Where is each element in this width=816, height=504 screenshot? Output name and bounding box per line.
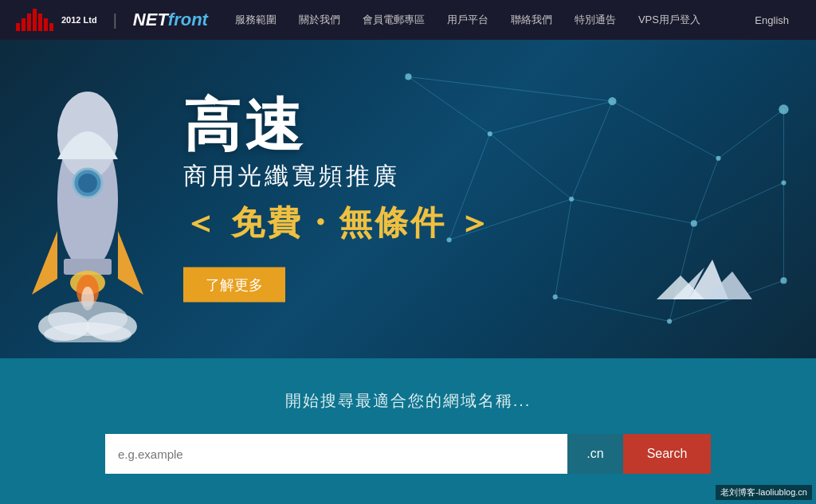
- cloud-right-svg: [657, 244, 752, 307]
- tld-selector[interactable]: .cn: [567, 434, 623, 474]
- logo-divider: |: [113, 11, 117, 29]
- learn-more-button[interactable]: 了解更多: [183, 268, 285, 303]
- svg-point-25: [781, 180, 786, 185]
- nav-item-vps-login[interactable]: VPS用戶登入: [627, 0, 712, 40]
- svg-point-29: [780, 277, 787, 283]
- svg-line-1: [489, 101, 612, 134]
- bar5: [38, 14, 42, 31]
- search-input[interactable]: [105, 434, 567, 474]
- svg-point-33: [78, 174, 97, 193]
- svg-point-23: [569, 197, 574, 201]
- nav-item-about[interactable]: 關於我們: [288, 0, 351, 40]
- search-bar: .cn Search: [105, 434, 711, 474]
- bar1: [16, 23, 20, 31]
- cloud-right: [657, 244, 752, 311]
- svg-point-20: [608, 97, 616, 105]
- svg-line-6: [571, 199, 694, 224]
- hero-title-big: 高速: [183, 96, 493, 154]
- svg-line-9: [571, 101, 612, 199]
- nav-item-user-platform[interactable]: 用戶平台: [436, 0, 500, 40]
- logo-netfront[interactable]: NET front: [133, 10, 208, 30]
- svg-line-2: [612, 101, 718, 158]
- hero-banner: 高速 商用光纖寬頻推廣 ＜ 免費・無條件 ＞ 了解更多: [0, 40, 816, 358]
- svg-point-28: [667, 319, 672, 324]
- svg-line-12: [555, 199, 571, 297]
- search-button[interactable]: Search: [623, 434, 711, 474]
- search-title: 開始搜尋最適合您的網域名稱...: [285, 390, 532, 412]
- svg-line-13: [555, 297, 669, 322]
- bar4: [33, 9, 37, 31]
- nav-item-services[interactable]: 服務範圍: [224, 0, 288, 40]
- nav-item-notice[interactable]: 特別通告: [563, 0, 627, 40]
- svg-line-5: [489, 134, 571, 199]
- svg-point-18: [405, 73, 411, 80]
- svg-point-21: [716, 156, 720, 161]
- bar3: [27, 14, 31, 31]
- svg-line-3: [718, 109, 783, 158]
- bar6: [44, 18, 48, 31]
- hero-text-content: 高速 商用光纖寬頻推廣 ＜ 免費・無條件 ＞ 了解更多: [183, 96, 493, 303]
- logo-area: 2012 Ltd | NET front: [16, 9, 208, 31]
- svg-line-7: [693, 183, 783, 224]
- logo-bars-icon: [16, 9, 53, 31]
- bar2: [22, 18, 26, 31]
- watermark: 老刘博客-laoliublog.cn: [716, 485, 812, 500]
- nav-item-contact[interactable]: 聯絡我們: [500, 0, 563, 40]
- language-switcher[interactable]: English: [743, 0, 800, 40]
- main-nav: 服務範圍 關於我們 會員電郵專區 用戶平台 聯絡我們 特別通告 VPS用戶登入 …: [224, 0, 800, 40]
- logo-net-text: NET: [133, 10, 168, 30]
- svg-point-24: [690, 221, 696, 227]
- hero-title-free: ＜ 免費・無條件 ＞: [183, 201, 493, 245]
- hero-title-sub: 商用光纖寬頻推廣: [183, 160, 493, 193]
- svg-point-27: [552, 295, 557, 299]
- rocket-image: [16, 56, 175, 358]
- nav-item-member-email[interactable]: 會員電郵專區: [351, 0, 436, 40]
- logo-front-text: front: [168, 10, 208, 30]
- svg-point-22: [779, 104, 788, 114]
- site-header: 2012 Ltd | NET front 服務範圍 關於我們 會員電郵專區 用戶…: [0, 0, 816, 40]
- bar7: [49, 23, 53, 31]
- logo-year: 2012 Ltd: [61, 15, 97, 25]
- search-section: 開始搜尋最適合您的網域名稱... .cn Search: [0, 358, 816, 504]
- rocket-svg: [16, 56, 159, 342]
